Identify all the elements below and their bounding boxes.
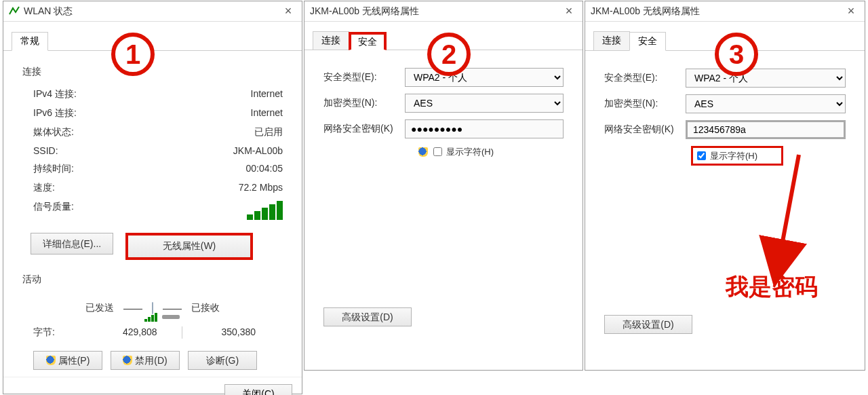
bytes-label: 字节:	[33, 326, 87, 339]
titlebar: WLAN 状态 ×	[3, 1, 302, 22]
security-type-select[interactable]: WPA2 - 个人	[405, 68, 564, 87]
disable-button[interactable]: 禁用(D)	[111, 351, 180, 370]
step-marker-2: 2	[427, 33, 471, 76]
advanced-row: 高级设置(D)	[323, 307, 564, 326]
svg-line-0	[778, 155, 799, 263]
tab-security[interactable]: 安全	[349, 32, 387, 50]
ipv6-value: Internet	[251, 107, 283, 119]
dialog-title: JKM-AL00b 无线网络属性	[591, 5, 843, 18]
signal-label: 信号质量:	[33, 201, 247, 220]
tab-connection[interactable]: 连接	[593, 31, 630, 50]
close-icon[interactable]: ×	[561, 4, 577, 18]
duration-value: 00:04:05	[246, 163, 283, 175]
footer-buttons: 属性(P) 禁用(D) 诊断(G)	[22, 345, 283, 378]
speed-label: 速度:	[33, 182, 239, 194]
security-type-label: 安全类型(E):	[604, 72, 686, 84]
speed-value: 72.2 Mbps	[239, 182, 283, 194]
media-value: 已启用	[254, 126, 283, 138]
advanced-settings-button[interactable]: 高级设置(D)	[604, 315, 692, 334]
details-button[interactable]: 详细信息(E)...	[31, 233, 113, 255]
tab-body: 安全类型(E): WPA2 - 个人 加密类型(N): AES 网络安全密钥(K…	[304, 50, 583, 362]
show-characters-label: 显示字符(H)	[710, 150, 757, 162]
password-annotation: 我是密码	[726, 271, 818, 303]
tab-security[interactable]: 安全	[629, 32, 666, 51]
wlan-icon	[9, 5, 20, 17]
show-chars-row: 显示字符(H)	[691, 146, 783, 166]
security-key-row: 网络安全密钥(K)	[323, 119, 564, 138]
arrow-icon	[772, 155, 812, 286]
duration-label: 持续时间:	[33, 163, 246, 175]
encryption-type-row: 加密类型(N): AES	[323, 94, 564, 113]
activity-head: 活动	[22, 274, 283, 286]
security-key-label: 网络安全密钥(K)	[604, 124, 686, 136]
ipv4-value: Internet	[251, 88, 283, 100]
show-chars-row: 显示字符(H)	[418, 145, 564, 158]
activity-row: 已发送 —— —— 已接收	[22, 302, 283, 314]
dialog-title: WLAN 状态	[24, 5, 280, 18]
encryption-type-select[interactable]: AES	[405, 94, 564, 113]
button-row: 详细信息(E)... 无线属性(W)	[31, 233, 283, 260]
encryption-type-label: 加密类型(N):	[323, 97, 405, 109]
recv-label: 已接收	[191, 302, 220, 314]
mini-signal-icon	[144, 312, 157, 322]
dialog-title: JKM-AL00b 无线网络属性	[310, 5, 561, 18]
tab-general[interactable]: 常规	[12, 32, 48, 51]
security-key-input[interactable]	[405, 119, 564, 138]
close-button[interactable]: 关闭(C)	[224, 384, 292, 395]
titlebar: JKM-AL00b 无线网络属性 ×	[585, 1, 865, 22]
security-type-select[interactable]: WPA2 - 个人	[686, 69, 846, 88]
bytes-recv: 350,380	[186, 326, 283, 339]
signal-bars-icon	[247, 201, 283, 220]
step-marker-1: 1	[111, 33, 155, 76]
encryption-type-label: 加密类型(N):	[604, 98, 686, 110]
dialog-footer: 关闭(C)	[3, 377, 302, 395]
tab-body: 安全类型(E): WPA2 - 个人 加密类型(N): AES 网络安全密钥(K…	[585, 51, 865, 363]
properties-button[interactable]: 属性(P)	[33, 351, 102, 370]
security-key-row: 网络安全密钥(K)	[604, 120, 846, 139]
diagnose-button[interactable]: 诊断(G)	[188, 351, 257, 370]
shield-icon	[46, 356, 56, 365]
tab-body: 连接 IPv4 连接:Internet IPv6 连接:Internet 媒体状…	[3, 51, 302, 377]
media-label: 媒体状态:	[33, 126, 254, 138]
encryption-type-row: 加密类型(N): AES	[604, 94, 846, 113]
ssid-value: JKM-AL00b	[233, 145, 283, 156]
show-characters-label: 显示字符(H)	[446, 146, 494, 158]
advanced-row: 高级设置(D)	[604, 315, 846, 334]
encryption-type-select[interactable]: AES	[686, 94, 846, 113]
shield-icon	[418, 147, 428, 157]
bytes-sent: 429,808	[87, 326, 178, 339]
step-marker-3: 3	[715, 33, 758, 76]
shield-icon	[123, 356, 132, 365]
ssid-label: SSID:	[33, 145, 233, 156]
ipv6-label: IPv6 连接:	[33, 107, 251, 119]
tab-connection[interactable]: 连接	[313, 31, 349, 50]
close-icon[interactable]: ×	[280, 4, 296, 18]
wireless-properties-button[interactable]: 无线属性(W)	[125, 233, 253, 260]
ipv4-label: IPv4 连接:	[33, 88, 251, 100]
show-characters-checkbox[interactable]	[433, 147, 442, 156]
close-icon[interactable]: ×	[843, 4, 859, 18]
show-characters-checkbox[interactable]	[697, 151, 706, 160]
bytes-row: 字节: 429,808 350,380	[22, 320, 283, 345]
security-key-input[interactable]	[686, 120, 846, 139]
titlebar: JKM-AL00b 无线网络属性 ×	[304, 1, 583, 22]
sent-label: 已发送	[85, 302, 114, 314]
connection-head: 连接	[22, 66, 283, 78]
advanced-settings-button[interactable]: 高级设置(D)	[323, 307, 412, 326]
security-type-label: 安全类型(E):	[323, 71, 405, 83]
security-key-label: 网络安全密钥(K)	[323, 123, 405, 135]
